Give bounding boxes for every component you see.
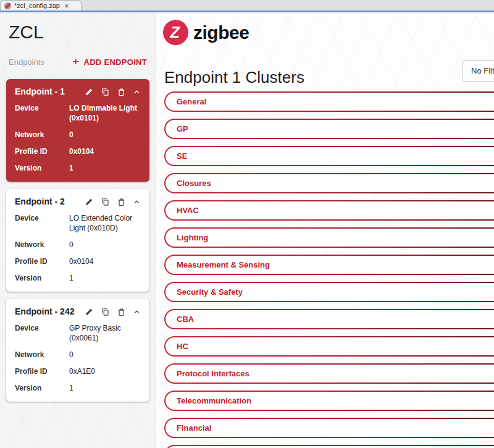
field-label: Version (15, 383, 69, 393)
cluster-label: Closures (177, 179, 211, 188)
cluster-label: General (177, 97, 206, 106)
cluster-row-telecommunication[interactable]: Telecommunication (164, 391, 494, 411)
field-value: 0x0104 (69, 256, 141, 266)
field-value: 0 (69, 240, 141, 250)
cluster-row-cba[interactable]: CBA (164, 309, 494, 329)
field-label: Network (15, 130, 69, 140)
tab-title: *zcl_config.zap (14, 2, 60, 9)
collapse-chevron-icon[interactable] (133, 308, 141, 316)
field-value: 1 (69, 383, 141, 393)
field-label: Device (15, 323, 69, 343)
cluster-label: Protocol Interfaces (177, 369, 249, 378)
endpoint-card-1[interactable]: Endpoint - 1 DeviceLO Dimmable Light (0x… (6, 79, 149, 182)
endpoints-header-row: Endpoints + ADD ENDPOINT (9, 57, 147, 67)
edit-icon[interactable] (85, 87, 94, 96)
endpoint-card-title: Endpoint - 242 (15, 306, 85, 316)
cluster-row-protocol-interfaces[interactable]: Protocol Interfaces (164, 363, 494, 384)
cluster-row-hvac[interactable]: HVAC (164, 200, 494, 221)
cluster-list: General GP SE Closures HVAC Lighting Mea… (164, 91, 494, 448)
delete-icon[interactable] (117, 87, 126, 96)
add-endpoint-button[interactable]: + ADD ENDPOINT (72, 57, 147, 67)
clusters-title: Endpoint 1 Clusters (164, 68, 494, 87)
cluster-row-closures[interactable]: Closures (164, 173, 494, 193)
add-endpoint-label: ADD ENDPOINT (83, 57, 147, 67)
field-label: Version (15, 163, 69, 173)
cluster-label: Financial (177, 423, 211, 433)
copy-icon[interactable] (101, 307, 110, 316)
field-label: Device (15, 213, 69, 233)
endpoints-sidebar: ZCL Endpoints + ADD ENDPOINT Endpoint - … (0, 12, 156, 448)
cluster-row-measurement-sensing[interactable]: Measurement & Sensing (164, 255, 494, 275)
cluster-row-lighting[interactable]: Lighting (164, 227, 494, 248)
delete-icon[interactable] (117, 197, 126, 206)
browser-tab-bar: *zcl_config.zap × (0, 0, 494, 11)
endpoint-card-2[interactable]: Endpoint - 2 DeviceLO Extended Color Lig… (6, 189, 149, 292)
cluster-label: Measurement & Sensing (177, 260, 270, 269)
copy-icon[interactable] (101, 197, 110, 206)
app-header: Z zigbee Generate (157, 12, 494, 61)
cluster-label: CBA (177, 315, 194, 324)
blocked-favicon-icon (4, 2, 11, 9)
cluster-label: HVAC (177, 206, 199, 215)
close-icon[interactable]: × (64, 2, 69, 10)
cluster-row-security-safety[interactable]: Security & Safety (164, 282, 494, 302)
cluster-filter-dropdown[interactable]: No Filter (463, 60, 494, 82)
field-label: Device (15, 103, 69, 123)
endpoint-card-242[interactable]: Endpoint - 242 DeviceGP Proxy Basic (0x0… (6, 299, 149, 402)
edit-icon[interactable] (85, 307, 94, 316)
cluster-row-gp[interactable]: GP (164, 119, 494, 139)
cluster-label: SE (177, 151, 187, 161)
zigbee-logo: Z zigbee (163, 20, 249, 45)
field-value: 0x0104 (69, 146, 141, 156)
field-label: Profile ID (15, 366, 69, 376)
field-label: Profile ID (15, 146, 69, 156)
zigbee-logo-icon: Z (163, 20, 188, 45)
main-panel: Z zigbee Generate (157, 12, 494, 448)
field-label: Network (15, 350, 69, 360)
cluster-row-se[interactable]: SE (164, 146, 494, 166)
field-value: 1 (69, 163, 141, 173)
field-value: 0 (69, 350, 141, 360)
cluster-label: HC (177, 342, 188, 351)
edit-icon[interactable] (85, 197, 94, 206)
cluster-label: Security & Safety (177, 287, 243, 297)
cluster-row-hc[interactable]: HC (164, 336, 494, 357)
field-value: 0xA1E0 (69, 366, 141, 376)
field-value: LO Extended Color Light (0x010D) (69, 213, 141, 233)
brand-name: zigbee (193, 22, 249, 43)
field-label: Profile ID (15, 256, 69, 266)
field-value: LO Dimmable Light (0x0101) (69, 103, 141, 123)
field-label: Version (15, 273, 69, 283)
cluster-row-general[interactable]: General (164, 91, 494, 112)
cluster-row-partial[interactable] (164, 445, 494, 448)
active-file-tab[interactable]: *zcl_config.zap × (0, 0, 82, 11)
endpoint-card-title: Endpoint - 1 (15, 87, 85, 96)
plus-icon: + (72, 57, 79, 66)
field-value: 0 (69, 130, 141, 140)
cluster-label: GP (177, 124, 188, 133)
field-value: GP Proxy Basic (0x0061) (69, 323, 141, 343)
field-value: 1 (69, 273, 141, 283)
page-title: ZCL (9, 21, 156, 43)
collapse-chevron-icon[interactable] (133, 88, 141, 96)
copy-icon[interactable] (101, 87, 110, 96)
cluster-row-financial[interactable]: Financial (164, 418, 494, 438)
cluster-label: Telecommunication (177, 396, 251, 405)
collapse-chevron-icon[interactable] (133, 198, 141, 206)
endpoint-card-title: Endpoint - 2 (15, 197, 85, 206)
field-label: Network (15, 240, 69, 250)
endpoints-label: Endpoints (9, 57, 44, 67)
delete-icon[interactable] (117, 307, 126, 316)
cluster-label: Lighting (177, 233, 208, 242)
